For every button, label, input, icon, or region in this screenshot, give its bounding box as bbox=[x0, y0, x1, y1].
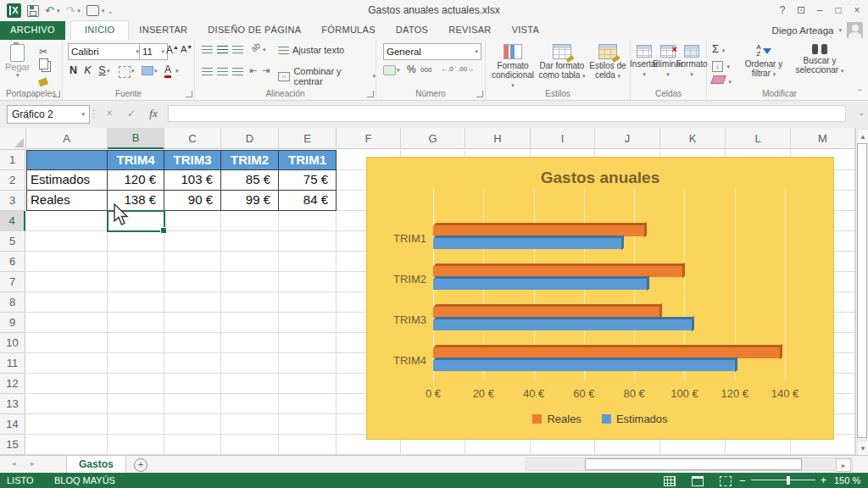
touch-mode-dropdown-icon[interactable]: ▾ bbox=[102, 8, 105, 14]
cell-styles-button[interactable]: Estilos de celda ▾ bbox=[587, 44, 628, 80]
cell-C6[interactable] bbox=[164, 252, 221, 272]
bold-button[interactable]: N bbox=[67, 64, 80, 76]
chart-legend[interactable]: RealesEstimados bbox=[367, 413, 833, 425]
cell-C3[interactable]: 90 € bbox=[164, 191, 221, 211]
align-center-icon[interactable] bbox=[217, 68, 228, 75]
cell-C7[interactable] bbox=[164, 272, 221, 292]
number-format-dropdown-icon[interactable]: ▾ bbox=[475, 48, 478, 55]
next-sheet-icon[interactable]: ▸ bbox=[31, 459, 35, 468]
cell-D15[interactable] bbox=[221, 435, 279, 455]
align-left-icon[interactable] bbox=[202, 68, 213, 75]
save-icon[interactable] bbox=[27, 5, 39, 17]
accounting-dropdown-icon[interactable]: ▾ bbox=[397, 67, 400, 74]
window-help-icon[interactable]: ? bbox=[773, 0, 792, 19]
cell-D5[interactable] bbox=[221, 231, 279, 252]
cell-D10[interactable] bbox=[221, 333, 279, 353]
cell-C14[interactable] bbox=[164, 414, 221, 435]
comma-style-button[interactable]: 000 bbox=[420, 66, 431, 74]
cell-B11[interactable] bbox=[108, 353, 164, 374]
cell-C1[interactable]: TRIM3 bbox=[164, 150, 221, 170]
cell-A12[interactable] bbox=[26, 374, 108, 394]
clipboard-dialog-launcher-icon[interactable] bbox=[53, 91, 60, 97]
row-header-15[interactable]: 15 bbox=[0, 435, 25, 455]
cell-B6[interactable] bbox=[108, 252, 164, 272]
cell-A11[interactable] bbox=[26, 353, 108, 374]
cell-B15[interactable] bbox=[108, 435, 164, 455]
cell-E9[interactable] bbox=[279, 313, 337, 333]
find-select-button[interactable]: Buscar y seleccionar ▾ bbox=[792, 44, 848, 75]
fill-button[interactable]: ↓ ▾ bbox=[712, 57, 730, 72]
decrease-decimal-icon[interactable]: .00→ bbox=[458, 65, 474, 73]
column-header-G[interactable]: G bbox=[401, 128, 465, 149]
cell-D11[interactable] bbox=[221, 353, 279, 374]
redo-icon[interactable]: ↷ bbox=[65, 4, 75, 17]
page-break-view-icon[interactable] bbox=[720, 476, 732, 486]
window-maximize-icon[interactable]: □ bbox=[829, 0, 848, 19]
cell-C11[interactable] bbox=[164, 353, 221, 374]
paste-button[interactable]: Pegar ▾ bbox=[5, 44, 30, 79]
zoom-slider-thumb[interactable] bbox=[787, 476, 790, 485]
cell-D4[interactable] bbox=[221, 211, 279, 231]
row-header-7[interactable]: 7 bbox=[0, 272, 25, 292]
insert-function-icon[interactable]: fx bbox=[144, 105, 163, 122]
accounting-format-icon[interactable] bbox=[383, 65, 396, 75]
cell-D9[interactable] bbox=[221, 313, 279, 333]
column-header-C[interactable]: C bbox=[164, 128, 221, 149]
cell-D14[interactable] bbox=[221, 414, 279, 435]
alignment-dialog-launcher-icon[interactable] bbox=[367, 91, 374, 97]
confirm-entry-icon[interactable]: ✓ bbox=[122, 105, 141, 122]
legend-item-reales[interactable]: Reales bbox=[532, 413, 581, 425]
cell-E8[interactable] bbox=[279, 292, 337, 313]
fill-color-dropdown-icon[interactable]: ▾ bbox=[154, 68, 158, 75]
cancel-entry-icon[interactable]: × bbox=[100, 105, 119, 122]
column-header-D[interactable]: D bbox=[221, 128, 279, 149]
cell-E12[interactable] bbox=[279, 374, 337, 394]
cell-D8[interactable] bbox=[221, 292, 279, 313]
merge-center-dropdown-icon[interactable]: ▾ bbox=[372, 73, 376, 80]
cell-C8[interactable] bbox=[164, 292, 221, 313]
cell-A13[interactable] bbox=[26, 394, 108, 414]
cell-B8[interactable] bbox=[108, 292, 164, 313]
bar-estimados-trim3[interactable] bbox=[433, 319, 692, 330]
cell-B9[interactable] bbox=[108, 313, 164, 333]
tab-insertar[interactable]: INSERTAR bbox=[129, 20, 198, 40]
cell-D3[interactable]: 99 € bbox=[221, 191, 279, 211]
cell-E5[interactable] bbox=[279, 231, 337, 252]
cell-A2[interactable]: Estimados bbox=[26, 170, 108, 191]
zoom-in-icon[interactable]: + bbox=[821, 474, 826, 486]
cell-A7[interactable] bbox=[26, 272, 108, 292]
align-middle-icon[interactable] bbox=[217, 46, 228, 53]
wrap-text-button[interactable]: Ajustar texto bbox=[278, 45, 344, 55]
user-dropdown-icon[interactable]: ▾ bbox=[838, 27, 842, 34]
cell-A4[interactable] bbox=[26, 211, 108, 231]
increase-font-button[interactable]: A▲ bbox=[166, 44, 179, 56]
font-color-dropdown-icon[interactable]: ▾ bbox=[175, 68, 179, 75]
window-minimize-icon[interactable]: – bbox=[810, 0, 829, 19]
chart-gastos-anuales[interactable]: Gastos anuales TRIM1TRIM2TRIM3TRIM4 0 €2… bbox=[366, 157, 834, 440]
column-header-F[interactable]: F bbox=[337, 128, 401, 149]
font-size-dropdown-icon[interactable]: ▾ bbox=[161, 48, 164, 55]
paste-dropdown-icon[interactable]: ▾ bbox=[16, 72, 19, 79]
italic-button[interactable]: K bbox=[81, 64, 94, 76]
align-bottom-icon[interactable] bbox=[232, 46, 243, 53]
undo-dropdown-icon[interactable]: ▾ bbox=[57, 8, 60, 14]
cell-C15[interactable] bbox=[164, 435, 221, 455]
bar-estimados-trim1[interactable] bbox=[433, 238, 621, 249]
cell-E6[interactable] bbox=[279, 252, 337, 272]
font-size-select[interactable]: 11▾ bbox=[139, 43, 168, 60]
cell-D1[interactable]: TRIM2 bbox=[221, 150, 279, 170]
cell-C4[interactable] bbox=[164, 211, 221, 231]
tab-diseño-de-página[interactable]: DISEÑO DE PÁGINA bbox=[198, 20, 311, 40]
fill-color-icon[interactable] bbox=[142, 66, 153, 75]
underline-dropdown-icon[interactable]: ▾ bbox=[107, 68, 110, 75]
row-header-13[interactable]: 13 bbox=[0, 394, 25, 414]
zoom-level[interactable]: 150 % bbox=[834, 475, 860, 485]
orientation-dropdown-icon[interactable]: ▾ bbox=[263, 47, 266, 53]
decrease-font-button[interactable]: A▼ bbox=[181, 44, 192, 54]
increase-decimal-icon[interactable]: ←.0 bbox=[441, 65, 453, 73]
fill-handle[interactable] bbox=[160, 227, 167, 234]
tab-archivo[interactable]: ARCHIVO bbox=[0, 21, 65, 40]
new-sheet-icon[interactable]: + bbox=[134, 458, 147, 472]
collapse-ribbon-icon[interactable]: ⌃ bbox=[856, 88, 863, 97]
cell-D13[interactable] bbox=[221, 394, 279, 414]
